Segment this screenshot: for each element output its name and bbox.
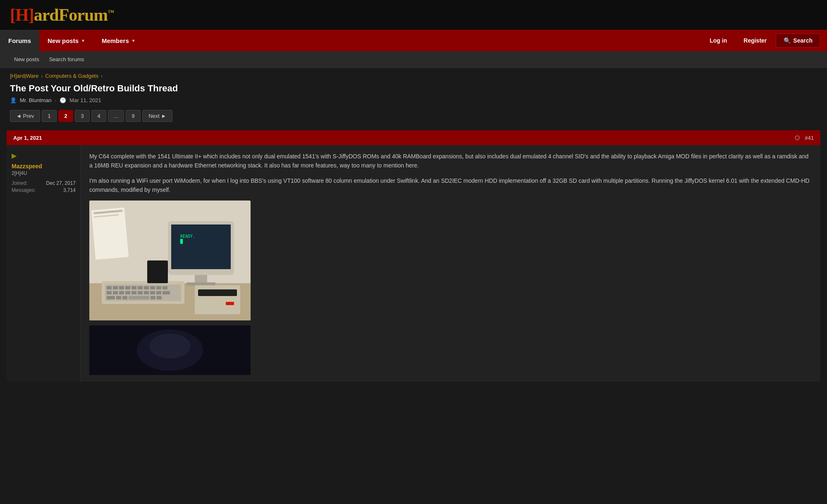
svg-rect-21 xyxy=(113,291,118,294)
members-chevron-icon: ▼ xyxy=(131,38,136,43)
user-arrow-icon: ▶ xyxy=(12,152,76,160)
svg-rect-12 xyxy=(119,286,124,289)
svg-rect-22 xyxy=(119,291,124,294)
svg-rect-3 xyxy=(171,225,231,269)
sub-nav: New posts Search forums xyxy=(0,51,827,68)
login-button[interactable]: Log in xyxy=(702,34,734,47)
svg-rect-24 xyxy=(131,291,136,294)
post-header-right: ⬡ #41 xyxy=(795,134,814,141)
thread-author[interactable]: Mr. Bluntman xyxy=(20,97,52,103)
post-paragraph-2: I'm also running a WiFi user port WiMode… xyxy=(89,176,812,195)
nav-left: Forums New posts ▼ Members ▼ xyxy=(0,30,702,51)
sub-nav-new-posts[interactable]: New posts xyxy=(10,54,43,65)
page-4-button[interactable]: 4 xyxy=(91,110,106,122)
logo-bracket: [H] xyxy=(10,5,34,24)
svg-rect-37 xyxy=(198,289,237,296)
user-sidebar: ▶ Mazzspeed 2[H]4U Joined: Dec 27, 2017 … xyxy=(7,145,81,382)
register-button[interactable]: Register xyxy=(736,34,774,47)
page-1-button[interactable]: 1 xyxy=(42,110,57,122)
post-image-1: READY. █ xyxy=(89,201,251,320)
page-ellipsis: … xyxy=(108,110,124,122)
svg-rect-27 xyxy=(150,291,155,294)
nav-members-label: Members xyxy=(102,37,129,44)
user-stats: Joined: Dec 27, 2017 Messages: 3,714 xyxy=(12,180,76,193)
page-2-button[interactable]: 2 xyxy=(58,110,73,122)
svg-rect-30 xyxy=(107,296,115,299)
post-number: #41 xyxy=(805,135,814,141)
page-3-button[interactable]: 3 xyxy=(75,110,90,122)
svg-rect-32 xyxy=(122,296,127,299)
joined-date: Dec 27, 2017 xyxy=(46,180,76,186)
prev-page-button[interactable]: ◄ Prev xyxy=(10,110,40,122)
thread-title: The Post Your Old/Retro Builds Thread xyxy=(10,83,817,94)
svg-text:█: █ xyxy=(180,239,183,244)
username[interactable]: Mazzspeed xyxy=(12,163,76,170)
svg-rect-20 xyxy=(107,291,112,294)
post-date: Apr 1, 2021 xyxy=(13,135,42,141)
logo-tm: ™ xyxy=(108,9,114,16)
messages-count: 3,714 xyxy=(63,187,76,193)
joined-row: Joined: Dec 27, 2017 xyxy=(12,180,76,186)
nav-item-new-posts[interactable]: New posts ▼ xyxy=(39,30,93,51)
svg-rect-13 xyxy=(125,286,130,289)
svg-rect-26 xyxy=(144,291,149,294)
breadcrumb: [H]ard|Ware › Computers & Gadgets › xyxy=(0,68,827,81)
search-label: Search xyxy=(793,37,813,44)
retro-computer-svg: READY. █ xyxy=(89,201,251,320)
svg-rect-16 xyxy=(144,286,149,289)
svg-rect-38 xyxy=(226,302,234,305)
svg-rect-18 xyxy=(156,286,161,289)
svg-rect-11 xyxy=(113,286,118,289)
svg-text:READY.: READY. xyxy=(180,234,195,239)
nav-right: Log in Register 🔍 Search xyxy=(702,33,827,48)
post-body: ▶ Mazzspeed 2[H]4U Joined: Dec 27, 2017 … xyxy=(7,145,820,382)
thread-date: Mar 11, 2021 xyxy=(69,97,101,103)
author-icon: 👤 xyxy=(10,97,17,103)
next-page-button[interactable]: Next ► xyxy=(142,110,172,122)
new-posts-chevron-icon: ▼ xyxy=(81,38,85,43)
svg-rect-7 xyxy=(186,282,215,286)
svg-rect-25 xyxy=(138,291,143,294)
clock-icon: 🕐 xyxy=(60,97,66,103)
post-paragraph-1: My C64 complete with the 1541 Ultimate I… xyxy=(89,152,812,170)
user-rank: 2[H]4U xyxy=(12,170,76,176)
nav-item-forums[interactable]: Forums xyxy=(0,30,39,51)
joined-label: Joined: xyxy=(12,180,28,186)
svg-rect-39 xyxy=(147,260,168,283)
search-icon: 🔍 xyxy=(784,37,791,44)
dark-image-svg xyxy=(89,325,251,375)
breadcrumb-separator-2: › xyxy=(101,73,103,79)
svg-rect-15 xyxy=(138,286,143,289)
messages-label: Messages: xyxy=(12,187,36,193)
post-content: My C64 complete with the 1541 Ultimate I… xyxy=(81,145,820,382)
svg-rect-35 xyxy=(157,296,162,299)
svg-rect-17 xyxy=(150,286,155,289)
svg-rect-29 xyxy=(163,291,170,294)
svg-rect-6 xyxy=(195,275,207,283)
svg-rect-23 xyxy=(125,291,130,294)
breadcrumb-computers-gadgets[interactable]: Computers & Gadgets xyxy=(45,73,98,79)
site-header: [H]ardForum™ xyxy=(0,0,827,30)
svg-rect-34 xyxy=(151,296,155,299)
share-icon[interactable]: ⬡ xyxy=(795,134,800,141)
site-logo[interactable]: [H]ardForum™ xyxy=(10,5,114,25)
nav-new-posts-label: New posts xyxy=(48,37,79,44)
svg-rect-10 xyxy=(107,286,112,289)
logo-text: ardForum xyxy=(34,5,108,24)
page-9-button[interactable]: 9 xyxy=(126,110,141,122)
post-header: Apr 1, 2021 ⬡ #41 xyxy=(7,130,820,145)
post-image-2 xyxy=(89,325,251,375)
post-container: Apr 1, 2021 ⬡ #41 ▶ Mazzspeed 2[H]4U Joi… xyxy=(7,130,820,382)
messages-row: Messages: 3,714 xyxy=(12,187,76,193)
sub-nav-search-forums[interactable]: Search forums xyxy=(45,54,88,65)
thread-meta: 👤 Mr. Bluntman · 🕐 Mar 11, 2021 xyxy=(10,97,817,103)
meta-dot: · xyxy=(55,97,57,103)
svg-rect-33 xyxy=(129,296,149,299)
breadcrumb-hardaware[interactable]: [H]ard|Ware xyxy=(10,73,38,79)
nav-item-members[interactable]: Members ▼ xyxy=(93,30,144,51)
svg-point-45 xyxy=(149,334,191,358)
breadcrumb-separator-1: › xyxy=(41,73,43,79)
thread-title-section: The Post Your Old/Retro Builds Thread 👤 … xyxy=(0,81,827,107)
search-button[interactable]: 🔍 Search xyxy=(776,33,820,48)
svg-rect-28 xyxy=(156,291,161,294)
